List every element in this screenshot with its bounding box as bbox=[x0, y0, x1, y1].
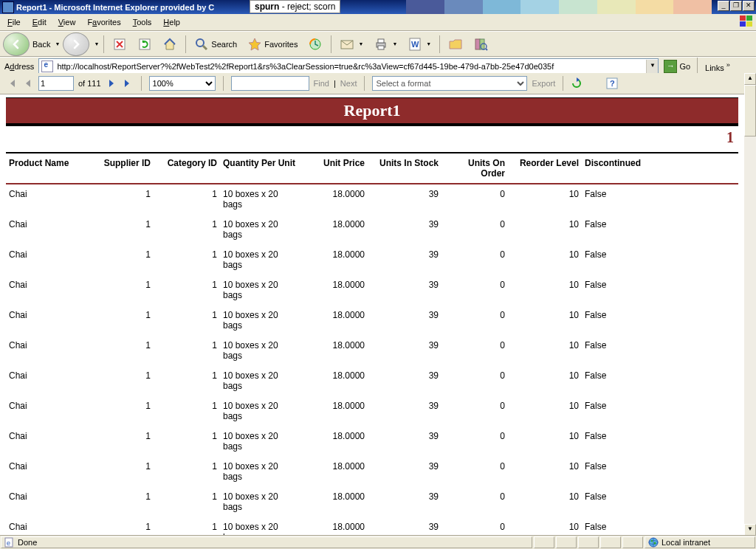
edit-button[interactable]: W ▼ bbox=[404, 35, 435, 54]
cell: 1 bbox=[94, 427, 154, 457]
cell: Chai bbox=[6, 305, 94, 336]
svg-point-23 bbox=[651, 540, 653, 542]
col-header: Discontinued bbox=[582, 153, 738, 184]
cell: 39 bbox=[368, 487, 441, 517]
zone-icon bbox=[648, 537, 659, 548]
cell: 18.0000 bbox=[301, 336, 368, 366]
cell: 18.0000 bbox=[301, 184, 368, 215]
close-button[interactable]: ✕ bbox=[743, 1, 755, 11]
print-button[interactable]: ▼ bbox=[370, 35, 401, 54]
cell: 10 boxes x 20 bags bbox=[220, 487, 301, 517]
find-input[interactable] bbox=[231, 76, 309, 91]
page-input[interactable] bbox=[38, 76, 74, 91]
minimize-button[interactable]: _ bbox=[718, 1, 729, 11]
cell: 0 bbox=[441, 336, 508, 366]
statusbar: e Done Local intranet bbox=[0, 535, 756, 549]
stop-button[interactable] bbox=[109, 35, 131, 54]
cell: 10 bbox=[508, 517, 582, 536]
menu-edit[interactable]: Edit bbox=[28, 16, 51, 28]
forward-button[interactable] bbox=[63, 32, 89, 56]
status-slot bbox=[556, 536, 577, 548]
vertical-scrollbar[interactable]: ▲ ▼ bbox=[744, 73, 756, 536]
content-area: of 111 100% Find | Next Select a format … bbox=[0, 73, 756, 536]
table-row: Chai1110 boxes x 20 bags18.000039010Fals… bbox=[6, 184, 738, 215]
table-row: Chai1110 boxes x 20 bags18.000039010Fals… bbox=[6, 396, 738, 427]
format-select[interactable]: Select a format bbox=[372, 76, 527, 91]
cell: 10 bbox=[508, 487, 582, 517]
cell: 1 bbox=[94, 396, 154, 427]
cell: 10 bbox=[508, 215, 582, 245]
mail-dropdown-icon: ▼ bbox=[358, 41, 363, 46]
home-button[interactable] bbox=[159, 35, 181, 54]
next-link[interactable]: Next bbox=[340, 79, 357, 88]
favorites-button[interactable]: Favorites bbox=[244, 35, 301, 54]
cell: 1 bbox=[94, 487, 154, 517]
status-slot bbox=[534, 536, 554, 548]
address-dropdown-icon[interactable]: ▼ bbox=[646, 60, 658, 73]
back-label[interactable]: Back bbox=[32, 40, 50, 49]
forward-dropdown-icon[interactable]: ▼ bbox=[94, 41, 99, 46]
rv-help-icon[interactable]: ? bbox=[606, 77, 618, 89]
cell: 1 bbox=[154, 275, 220, 305]
zoom-select[interactable]: 100% bbox=[149, 76, 216, 91]
export-link[interactable]: Export bbox=[532, 79, 555, 88]
search-button[interactable]: Search bbox=[190, 35, 241, 54]
links-label[interactable]: Links » bbox=[702, 61, 733, 72]
col-header: Category ID bbox=[154, 153, 220, 184]
back-dropdown-icon[interactable]: ▼ bbox=[55, 41, 60, 46]
cell: 0 bbox=[441, 487, 508, 517]
cell: False bbox=[582, 336, 738, 366]
cell: 10 boxes x 20 bags bbox=[220, 336, 301, 366]
back-button[interactable] bbox=[3, 32, 30, 56]
mail-button[interactable]: ▼ bbox=[336, 35, 367, 54]
cell: Chai bbox=[6, 275, 94, 305]
menu-tools[interactable]: Tools bbox=[128, 16, 157, 28]
cell: False bbox=[582, 366, 738, 396]
rv-refresh-icon[interactable] bbox=[571, 77, 583, 89]
restore-button[interactable]: ❐ bbox=[730, 1, 742, 11]
address-box[interactable]: ▼ bbox=[38, 58, 659, 75]
zone-label: Local intranet bbox=[662, 538, 710, 547]
find-link[interactable]: Find bbox=[314, 79, 329, 88]
scroll-thumb[interactable] bbox=[744, 85, 756, 137]
cell: Chai bbox=[6, 396, 94, 427]
history-button[interactable] bbox=[304, 35, 326, 54]
cell: 39 bbox=[368, 245, 441, 275]
cell: 10 boxes x 20 bags bbox=[220, 275, 301, 305]
cell: Chai bbox=[6, 457, 94, 487]
go-button[interactable]: → Go bbox=[662, 60, 693, 73]
cell: 1 bbox=[154, 487, 220, 517]
menu-view[interactable]: View bbox=[54, 16, 80, 28]
cell: 1 bbox=[154, 245, 220, 275]
go-label: Go bbox=[679, 62, 690, 71]
prev-page-icon[interactable] bbox=[22, 77, 34, 89]
word-icon: W bbox=[408, 37, 422, 52]
scroll-up-icon[interactable]: ▲ bbox=[744, 73, 756, 85]
last-page-icon[interactable] bbox=[122, 77, 134, 89]
menu-help[interactable]: Help bbox=[159, 16, 185, 28]
col-header: Units On Order bbox=[441, 153, 508, 184]
refresh-button[interactable] bbox=[134, 35, 156, 54]
svg-rect-2 bbox=[740, 21, 746, 27]
scroll-down-icon[interactable]: ▼ bbox=[744, 524, 756, 536]
cell: 10 boxes x 20 bags bbox=[220, 457, 301, 487]
discuss-button[interactable] bbox=[444, 35, 467, 54]
menu-file[interactable]: File bbox=[3, 16, 25, 28]
cell: 39 bbox=[368, 336, 441, 366]
history-icon bbox=[308, 37, 323, 52]
first-page-icon[interactable] bbox=[6, 77, 18, 89]
address-label: Address bbox=[3, 62, 35, 71]
cell: 18.0000 bbox=[301, 396, 368, 427]
address-input[interactable] bbox=[55, 60, 646, 73]
cell: False bbox=[582, 517, 738, 536]
cell: False bbox=[582, 215, 738, 245]
next-page-icon[interactable] bbox=[106, 77, 117, 89]
table-row: Chai1110 boxes x 20 bags18.000039010Fals… bbox=[6, 487, 738, 517]
cell: False bbox=[582, 457, 738, 487]
cell: Chai bbox=[6, 427, 94, 457]
menu-favorites[interactable]: Favorites bbox=[83, 16, 125, 28]
cell: 39 bbox=[368, 215, 441, 245]
star-icon bbox=[247, 37, 262, 52]
stop-icon bbox=[112, 37, 127, 52]
research-button[interactable] bbox=[470, 35, 492, 54]
